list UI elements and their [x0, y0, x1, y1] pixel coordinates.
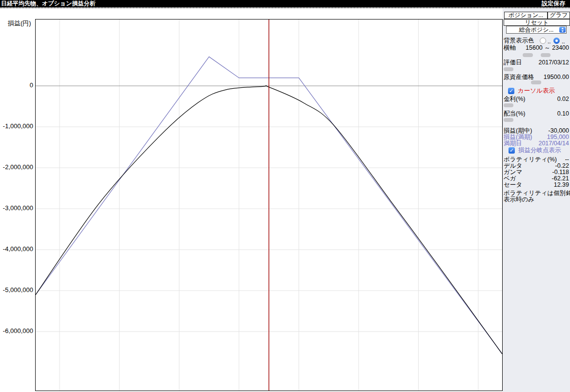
- dividend-slider-thumb[interactable]: [504, 118, 513, 122]
- dividend-value: 0.10: [557, 110, 569, 117]
- delta-value: -0.22: [555, 162, 570, 169]
- title-bar: 日経平均先物、オプション損益分析 設定保存: [0, 0, 570, 7]
- y-tick-label: -3,000,000: [0, 205, 33, 212]
- plot-area[interactable]: [35, 19, 503, 391]
- position-select-value: 総合ポジシ...: [519, 26, 554, 33]
- pl-expiry-row: 損益(満期) 195,000: [503, 134, 570, 140]
- expiry-date-row: 満期日 2017/04/14: [503, 140, 570, 147]
- underlying-price-row: 原資産価格 19500.00: [503, 74, 570, 80]
- interest-slider-thumb[interactable]: [504, 103, 513, 107]
- dividend-row: 配当(%) 0.10: [503, 110, 570, 117]
- pl-expiry-label: 損益(満期): [504, 134, 532, 140]
- breakeven-display-row: 損益分岐点表示: [503, 147, 570, 154]
- pl-current-row: 損益(期中) -30,000: [503, 127, 570, 134]
- breakeven-display-label[interactable]: 損益分岐点表示: [518, 147, 561, 154]
- bg-color-row: 背景表示色: [503, 37, 570, 44]
- y-tick-label: -6,000,000: [0, 328, 33, 334]
- delta-row: デルタ -0.22: [503, 162, 570, 169]
- volatility-note-line2: 表示時のみ: [504, 196, 534, 204]
- theta-value: 12.39: [554, 181, 569, 188]
- theta-label: セータ: [504, 181, 522, 188]
- gamma-row: ガンマ -0.118: [503, 169, 570, 176]
- volatility-row: ボラティリティ(%) --: [503, 156, 570, 163]
- underlying-price-label: 原資産価格: [504, 74, 534, 80]
- haxis-min-slider-thumb[interactable]: [523, 53, 533, 57]
- underlying-price-value: 19500.00: [544, 74, 569, 80]
- interest-value: 0.02: [557, 96, 569, 102]
- eval-date-slider-thumb[interactable]: [504, 67, 513, 71]
- pl-current-value: -30,000: [549, 127, 569, 134]
- save-settings-button[interactable]: 設定保存: [542, 0, 565, 7]
- reset-button[interactable]: リセット: [504, 19, 570, 26]
- stepper-down-icon: ▼: [559, 30, 567, 33]
- y-tick-label: 0: [0, 82, 33, 89]
- cursor-display-label[interactable]: カーソル表示: [518, 87, 555, 94]
- cursor-display-row: カーソル表示: [503, 87, 570, 94]
- tab-graph[interactable]: グラフ: [548, 12, 570, 19]
- page-title: 日経平均先物、オプション損益分析: [1, 0, 95, 7]
- bg-color-radio-1-label: ..: [548, 38, 551, 45]
- y-axis-title: 損益(円): [8, 19, 31, 28]
- expiry-date-value: 2017/04/14: [538, 140, 569, 147]
- gamma-value: -0.118: [552, 169, 569, 176]
- combo-stepper-icon[interactable]: ▲ ▼: [559, 27, 566, 33]
- eval-date-row: 評価日 2017/03/12: [503, 59, 570, 66]
- bg-color-radio-2[interactable]: [553, 38, 560, 44]
- app-window: 日経平均先物、オプション損益分析 設定保存 損益(円) 0-1,000,000-…: [0, 0, 570, 392]
- vega-value: -62.21: [552, 175, 569, 182]
- bg-color-radio-1[interactable]: [540, 38, 546, 44]
- eval-date-value: 2017/03/12: [538, 59, 569, 66]
- profit-loss-chart[interactable]: [36, 20, 502, 391]
- volatility-label: ボラティリティ(%): [504, 156, 557, 163]
- pl-expiry-value: 195,000: [547, 134, 569, 140]
- gamma-label: ガンマ: [504, 169, 522, 176]
- pl-current-label: 損益(期中): [504, 127, 532, 134]
- interest-label: 金利(%): [504, 96, 525, 102]
- dividend-label: 配当(%): [504, 110, 525, 117]
- delta-label: デルタ: [504, 162, 522, 169]
- vega-label: ベガ: [504, 175, 516, 182]
- volatility-value: --: [565, 156, 569, 163]
- bg-color-radio-2-label: ..: [562, 38, 565, 45]
- interest-row: 金利(%) 0.02: [503, 96, 570, 102]
- haxis-max-slider-thumb[interactable]: [541, 53, 550, 57]
- haxis-range-value: 15600 ～ 23400: [526, 44, 569, 51]
- tab-position[interactable]: ポジション...: [504, 12, 548, 19]
- y-tick-label: -1,000,000: [0, 123, 33, 130]
- y-tick-label: -5,000,000: [0, 287, 33, 294]
- title-separator: [0, 7, 570, 8]
- position-select[interactable]: 総合ポジシ... ▲ ▼: [506, 26, 567, 34]
- eval-date-label: 評価日: [504, 59, 522, 66]
- underlying-price-slider-thumb[interactable]: [531, 80, 541, 84]
- y-tick-label: -4,000,000: [0, 246, 33, 253]
- control-panel: ポジション... グラフ リセット 総合ポジシ... ▲ ▼ 背景表示色 .. …: [503, 8, 570, 392]
- haxis-label: 横軸: [504, 44, 516, 51]
- expiry-date-label: 満期日: [504, 140, 522, 147]
- haxis-row: 横軸 15600 ～ 23400: [503, 44, 570, 51]
- y-tick-label: -2,000,000: [0, 164, 33, 171]
- bg-color-label: 背景表示色: [504, 37, 534, 44]
- vega-row: ベガ -62.21: [503, 175, 570, 182]
- theta-row: セータ 12.39: [503, 181, 570, 188]
